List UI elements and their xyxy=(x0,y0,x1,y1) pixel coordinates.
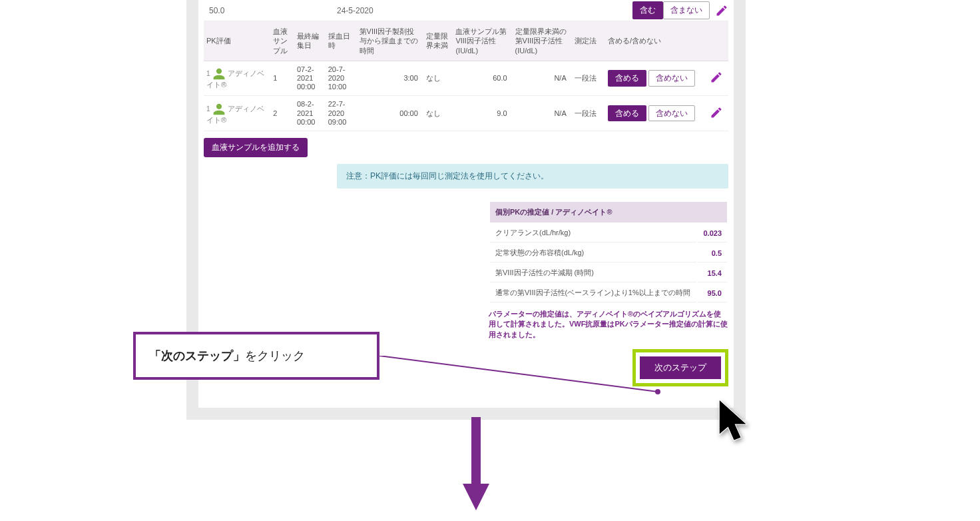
draw-date: 20-7-2020 10:00 xyxy=(326,61,357,96)
top-row: 50.0 24-5-2020 含む 含まない xyxy=(204,0,728,21)
callout-bold: 「次のステップ」 xyxy=(149,349,245,362)
pk-summary-table: 個別PKの推定値 / アディノベイト® クリアランス(dL/hr/kg)0.02… xyxy=(489,201,728,304)
summary-label: クリアランス(dL/hr/kg) xyxy=(490,224,696,243)
svg-rect-2 xyxy=(471,417,481,487)
summary-label: 通常の第VIII因子活性(ベースライン)より1%以上までの時間 xyxy=(490,284,696,302)
th-edit: 最終編集日 xyxy=(294,21,326,61)
assay: 一段法 xyxy=(572,61,605,96)
edit-icon[interactable] xyxy=(710,71,723,84)
th-assay: 測定法 xyxy=(572,21,605,61)
pk-cell: 1 アディノベイト® xyxy=(204,61,270,96)
summary-row: 通常の第VIII因子活性(ベースライン)より1%以上までの時間95.0 xyxy=(490,284,727,302)
summary-row: クリアランス(dL/hr/kg)0.023 xyxy=(490,224,727,243)
th-below: 定量限界未満 xyxy=(423,21,453,61)
next-step-button[interactable]: 次のステップ xyxy=(640,356,721,379)
include-button-top[interactable]: 含む xyxy=(632,1,663,19)
callout-rest: をクリック xyxy=(245,349,305,362)
summary-row: 第VIII因子活性の半減期 (時間)15.4 xyxy=(490,264,727,282)
activity-below: N/A xyxy=(513,96,572,131)
top-value-date: 24-5-2020 xyxy=(337,6,430,15)
avatar-icon xyxy=(212,103,226,116)
top-value-1: 50.0 xyxy=(204,6,337,15)
summary-value: 0.5 xyxy=(698,244,727,262)
instruction-callout: 「次のステップ」をクリック xyxy=(133,332,379,380)
down-arrow-icon xyxy=(463,417,489,510)
summary-value: 15.4 xyxy=(698,264,727,282)
summary-row: 定常状態の分布容積(dL/kg)0.5 xyxy=(490,244,727,262)
edit-icon[interactable] xyxy=(715,4,728,17)
next-step-highlight: 次のステップ xyxy=(632,349,728,386)
th-draw: 採血日時 xyxy=(326,21,357,61)
assay-note: 注意：PK評価には毎回同じ測定法を使用してください。 xyxy=(337,164,728,189)
edit-date: 07-2-2021 00:00 xyxy=(294,61,326,96)
activity: 9.0 xyxy=(453,96,512,131)
exclude-button-top[interactable]: 含まない xyxy=(663,1,710,19)
summary-label: 定常状態の分布容積(dL/kg) xyxy=(490,244,696,262)
th-inc: 含める/含めない xyxy=(605,21,702,61)
table-row: 1 アディノベイト®107-2-2021 00:0020-7-2020 10:0… xyxy=(204,61,728,96)
include-button[interactable]: 含める xyxy=(608,105,646,121)
activity-below: N/A xyxy=(513,61,572,96)
table-row: 1 アディノベイト®208-2-2021 00:0022-7-2020 09:0… xyxy=(204,96,728,131)
summary-value: 0.023 xyxy=(698,224,727,243)
sample-num: 1 xyxy=(270,61,294,96)
edit-icon[interactable] xyxy=(710,106,723,119)
include-cell: 含める 含めない xyxy=(605,96,702,131)
pk-cell: 1 アディノベイト® xyxy=(204,96,270,131)
below-loq: なし xyxy=(423,61,453,96)
th-pk: PK評価 xyxy=(204,21,270,61)
draw-date: 22-7-2020 09:00 xyxy=(326,96,357,131)
time-since: 00:00 xyxy=(357,96,423,131)
include-button[interactable]: 含める xyxy=(608,70,646,86)
summary-label: 第VIII因子活性の半減期 (時間) xyxy=(490,264,696,282)
th-sample: 血液サンプル xyxy=(270,21,294,61)
activity: 60.0 xyxy=(453,61,512,96)
summary-value: 95.0 xyxy=(698,284,727,302)
samples-table: PK評価 血液サンプル 最終編集日 採血日時 第VIII因子製剤投与から採血まで… xyxy=(204,21,728,131)
th-time: 第VIII因子製剤投与から採血までの時間 xyxy=(357,21,423,61)
sample-num: 2 xyxy=(270,96,294,131)
summary-header: 個別PKの推定値 / アディノベイト® xyxy=(490,202,727,223)
include-cell: 含める 含めない xyxy=(605,61,702,96)
th-actb: 定量限界未満の第VIII因子活性(IU/dL) xyxy=(513,21,572,61)
th-act: 血液サンプル第VIII因子活性(IU/dL) xyxy=(453,21,512,61)
time-since: 3:00 xyxy=(357,61,423,96)
assay: 一段法 xyxy=(572,96,605,131)
below-loq: なし xyxy=(423,96,453,131)
param-note: パラメーターの推定値は、アディノベイト®のベイズアルゴリズムを使用して計算されま… xyxy=(489,309,728,340)
exclude-button[interactable]: 含めない xyxy=(648,105,695,121)
exclude-button[interactable]: 含めない xyxy=(648,70,695,86)
add-sample-button[interactable]: 血液サンプルを追加する xyxy=(204,138,308,157)
avatar-icon xyxy=(212,67,226,81)
edit-date: 08-2-2021 00:00 xyxy=(294,96,326,131)
